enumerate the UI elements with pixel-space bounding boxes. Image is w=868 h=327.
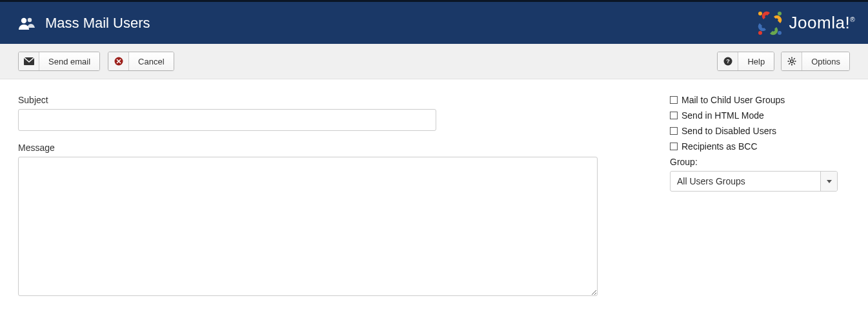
svg-point-3: [778, 12, 782, 15]
send-email-button[interactable]: Send email: [18, 52, 100, 71]
check-bcc[interactable]: Recipients as BCC: [670, 141, 863, 152]
page-title: Mass Mail Users: [45, 15, 150, 32]
page-header: Mass Mail Users Joomla!®: [0, 2, 868, 44]
check-disabled-users[interactable]: Send to Disabled Users: [670, 126, 863, 136]
group-selected-value: All Users Groups: [671, 172, 820, 191]
checkbox-icon: [670, 96, 678, 104]
svg-line-18: [789, 63, 790, 64]
brand-logo: Joomla!®: [757, 10, 855, 36]
subject-label: Subject: [18, 95, 599, 105]
svg-text:?: ?: [726, 58, 730, 64]
gear-icon: [782, 52, 802, 70]
users-icon: [18, 16, 35, 30]
envelope-icon: [19, 52, 39, 70]
check-label: Send in HTML Mode: [681, 110, 764, 121]
svg-point-5: [758, 31, 762, 35]
brand-name: Joomla!®: [789, 13, 855, 33]
options-label: Options: [802, 52, 849, 70]
check-html-mode[interactable]: Send in HTML Mode: [670, 110, 863, 121]
group-field-label: Group:: [670, 157, 863, 167]
help-label: Help: [738, 52, 774, 70]
chevron-down-icon: [820, 172, 837, 191]
svg-line-16: [794, 63, 795, 64]
svg-point-2: [758, 12, 762, 15]
check-label: Send to Disabled Users: [681, 126, 776, 136]
send-email-label: Send email: [39, 52, 99, 70]
options-button[interactable]: Options: [781, 52, 850, 71]
svg-line-17: [794, 58, 795, 59]
svg-line-15: [789, 58, 790, 59]
main-form: Subject Message: [18, 95, 599, 310]
cancel-label: Cancel: [129, 52, 173, 70]
check-label: Mail to Child User Groups: [681, 95, 785, 105]
svg-point-1: [28, 17, 32, 21]
help-button[interactable]: ? Help: [717, 52, 774, 71]
checkbox-icon: [670, 112, 678, 119]
svg-point-4: [778, 31, 782, 35]
check-mail-child-groups[interactable]: Mail to Child User Groups: [670, 95, 863, 105]
check-label: Recipients as BCC: [681, 141, 758, 152]
message-label: Message: [18, 143, 599, 153]
toolbar: Send email Cancel ? Help Options: [0, 44, 868, 79]
message-textarea[interactable]: [18, 157, 598, 296]
cancel-icon: [108, 52, 129, 70]
subject-input[interactable]: [18, 109, 436, 131]
content-area: Subject Message Mail to Child User Group…: [0, 79, 868, 325]
svg-point-0: [21, 17, 26, 23]
side-options: Mail to Child User Groups Send in HTML M…: [670, 95, 863, 310]
group-select[interactable]: All Users Groups: [670, 171, 838, 192]
checkbox-icon: [670, 143, 678, 150]
checkbox-icon: [670, 127, 678, 135]
svg-point-10: [790, 60, 792, 63]
help-icon: ?: [718, 52, 738, 70]
cancel-button[interactable]: Cancel: [108, 52, 174, 71]
joomla-icon: [757, 10, 783, 36]
